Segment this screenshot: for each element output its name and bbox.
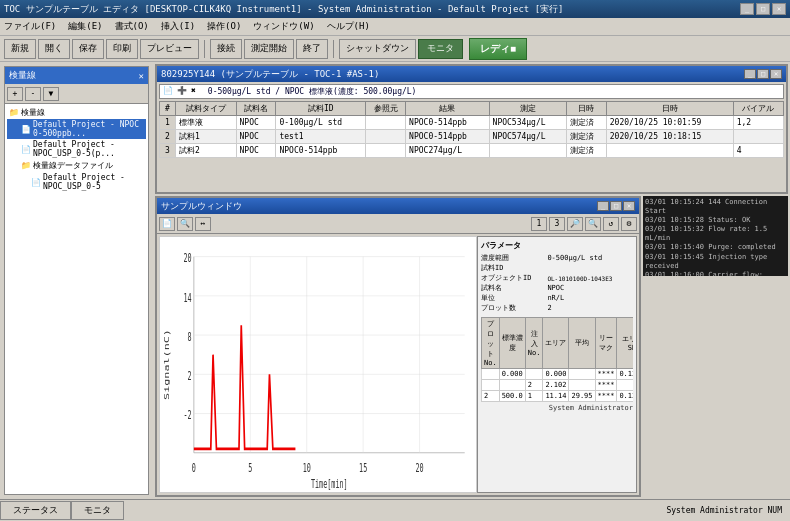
row-result: NPOC534µg/L bbox=[489, 116, 566, 130]
ready-button[interactable]: レディ■ bbox=[469, 38, 527, 60]
param-val-3: NPOC bbox=[547, 283, 633, 293]
new-button[interactable]: 新規 bbox=[4, 39, 36, 59]
row-result: NPOC574µg/L bbox=[489, 130, 566, 144]
chart-svg: 20 14 8 2 -2 0 5 10 15 20 Time bbox=[160, 237, 476, 492]
tree-item-4[interactable]: 📄 Default Project - NPOC_USP_0-5 bbox=[7, 172, 146, 192]
connect-button[interactable]: 接続 bbox=[210, 39, 242, 59]
status-tab-status[interactable]: ステータス bbox=[0, 501, 71, 520]
param-val-2: OL-1010100D-1043E3 bbox=[547, 273, 633, 283]
monitor-button[interactable]: モニタ bbox=[418, 39, 463, 59]
chart-zoom-in[interactable]: 🔎 bbox=[567, 217, 583, 231]
menu-help[interactable]: ヘルプ(H) bbox=[327, 20, 370, 33]
tree-root-label: 検量線 bbox=[21, 107, 45, 118]
tree-item-root[interactable]: 📁 検量線 bbox=[7, 106, 146, 119]
menu-edit[interactable]: 編集(E) bbox=[68, 20, 102, 33]
tree-item-1[interactable]: 📄 Default Project - NPOC 0-500ppb... bbox=[7, 119, 146, 139]
toolbar-separator-1 bbox=[204, 40, 205, 58]
plot-row: 2 500.0 1 11.14 29.95 **** 0.1322 3.60 8 bbox=[482, 391, 634, 402]
tree-item-label-4: Default Project - NPOC_USP_0-5 bbox=[43, 173, 144, 191]
save-button[interactable]: 保存 bbox=[72, 39, 104, 59]
param-val-1 bbox=[547, 263, 633, 273]
tree-option-button[interactable]: ▼ bbox=[43, 87, 59, 101]
menu-format[interactable]: 書式(O) bbox=[115, 20, 149, 33]
chart-btn-2[interactable]: 🔍 bbox=[177, 217, 193, 231]
status-bar: ステータス モニタ System Administrator NUM bbox=[0, 499, 790, 521]
add-tree-button[interactable]: + bbox=[7, 87, 23, 101]
row-vial: 4 bbox=[733, 144, 783, 158]
chart-filter-2[interactable]: 3 bbox=[549, 217, 565, 231]
chart-zoom-out[interactable]: 🔍 bbox=[585, 217, 601, 231]
left-panel: 検量線 ✕ + - ▼ 📁 検量線 📄 Default Project - NP… bbox=[4, 66, 149, 495]
preview-button[interactable]: プレビュー bbox=[140, 39, 199, 59]
right-area: 802925Y144 (サンプルテーブル - TOC-1 #AS-1) _ □ … bbox=[153, 62, 790, 499]
left-panel-header: 検量線 ✕ bbox=[5, 67, 148, 84]
panel-close-icon[interactable]: ✕ bbox=[139, 71, 144, 81]
maximize-button[interactable]: □ bbox=[756, 3, 770, 15]
menu-insert[interactable]: 挿入(I) bbox=[161, 20, 195, 33]
param-label-5: プロット数 bbox=[481, 303, 547, 313]
end-button[interactable]: 終了 bbox=[296, 39, 328, 59]
graph-area: 20 14 8 2 -2 0 5 10 15 20 Time bbox=[159, 236, 477, 493]
row-status: 測定済 bbox=[566, 144, 606, 158]
chart-refresh[interactable]: ↺ bbox=[603, 217, 619, 231]
params-title: パラメータ bbox=[481, 240, 633, 251]
log-line-4: 03/01 10:15:45 Injection type received bbox=[645, 253, 786, 271]
chart-settings[interactable]: ⚙ bbox=[621, 217, 637, 231]
chart-filter-1[interactable]: 1 bbox=[531, 217, 547, 231]
param-label-3: 試料名 bbox=[481, 283, 547, 293]
chart-minimize[interactable]: _ bbox=[597, 201, 609, 211]
print-button[interactable]: 印刷 bbox=[106, 39, 138, 59]
param-val-0: 0-500µg/L std bbox=[547, 253, 633, 263]
file-icon-4: 📄 bbox=[31, 178, 41, 187]
svg-text:Time[min]: Time[min] bbox=[311, 477, 348, 490]
row-date bbox=[606, 144, 733, 158]
chart-btn-1[interactable]: 📄 bbox=[159, 217, 175, 231]
menu-window[interactable]: ウィンドウ(W) bbox=[253, 20, 314, 33]
st-add-icon[interactable]: ➕ bbox=[177, 86, 187, 97]
plot-data-table: プロットNo. 標準濃度 注入No. エリア 平均 リーマク エリアSD CV bbox=[481, 317, 633, 402]
row-date: 2020/10/25 10:18:15 bbox=[606, 130, 733, 144]
close-button[interactable]: ✕ bbox=[772, 3, 786, 15]
shutdown-button[interactable]: シャットダウン bbox=[339, 39, 416, 59]
sample-table-toolbar: 📄 ➕ ✖ 0-500µg/L std / NPOC 標準液(濃度: 500.0… bbox=[159, 84, 784, 99]
chart-close[interactable]: ✕ bbox=[623, 201, 635, 211]
delete-tree-button[interactable]: - bbox=[25, 87, 41, 101]
col-result: 結果 bbox=[406, 102, 489, 116]
tree-item-2[interactable]: 📄 Default Project - NPOC_USP_0-5(p... bbox=[7, 139, 146, 159]
chart-maximize[interactable]: □ bbox=[610, 201, 622, 211]
st-file-icon: 📄 bbox=[163, 86, 173, 97]
row-num: 3 bbox=[160, 144, 176, 158]
chart-btn-3[interactable]: ↔ bbox=[195, 217, 211, 231]
sw-close[interactable]: ✕ bbox=[770, 69, 782, 79]
row-result bbox=[489, 144, 566, 158]
st-title: 0-500µg/L std / NPOC 標準液(濃度: 500.00µg/L) bbox=[208, 86, 417, 97]
status-tab-monitor[interactable]: モニタ bbox=[71, 501, 124, 520]
main-area: 検量線 ✕ + - ▼ 📁 検量線 📄 Default Project - NP… bbox=[0, 62, 790, 499]
row-num: 2 bbox=[160, 130, 176, 144]
tree-item-label-2: Default Project - NPOC_USP_0-5(p... bbox=[33, 140, 144, 158]
svg-text:Signal(nC): Signal(nC) bbox=[163, 329, 171, 400]
row-ref bbox=[366, 144, 406, 158]
col-status: 日時 bbox=[566, 102, 606, 116]
tree-area[interactable]: 📁 検量線 📄 Default Project - NPOC 0-500ppb.… bbox=[5, 104, 148, 489]
sw-minimize[interactable]: _ bbox=[744, 69, 756, 79]
col-no: # bbox=[160, 102, 176, 116]
plot-row: 2 2.102 **** 816 bbox=[482, 380, 634, 391]
toolbar: 新規 開く 保存 印刷 プレビュー 接続 測定開始 終了 シャットダウン モニタ… bbox=[0, 36, 790, 62]
row-type: 試料2 bbox=[176, 144, 237, 158]
param-label-4: 単位 bbox=[481, 293, 547, 303]
menu-file[interactable]: ファイル(F) bbox=[4, 20, 56, 33]
start-measure-button[interactable]: 測定開始 bbox=[244, 39, 294, 59]
log-line-5: 03/01 10:16:00 Carrier flow: fixed bbox=[645, 271, 786, 276]
minimize-button[interactable]: _ bbox=[740, 3, 754, 15]
tree-item-3[interactable]: 📁 検量線データファイル bbox=[7, 159, 146, 172]
st-del-icon[interactable]: ✖ bbox=[191, 86, 196, 97]
chart-log-area: サンプルウィンドウ _ □ ✕ 📄 🔍 ↔ 1 3 🔎 🔍 bbox=[155, 196, 788, 497]
sample-table-window: 802925Y144 (サンプルテーブル - TOC-1 #AS-1) _ □ … bbox=[155, 64, 788, 194]
open-button[interactable]: 開く bbox=[38, 39, 70, 59]
row-name: NPOC bbox=[236, 144, 276, 158]
sw-maximize[interactable]: □ bbox=[757, 69, 769, 79]
row-name: NPOC bbox=[236, 130, 276, 144]
menu-operate[interactable]: 操作(O) bbox=[207, 20, 241, 33]
col-areasd: エリアSD bbox=[617, 318, 633, 369]
